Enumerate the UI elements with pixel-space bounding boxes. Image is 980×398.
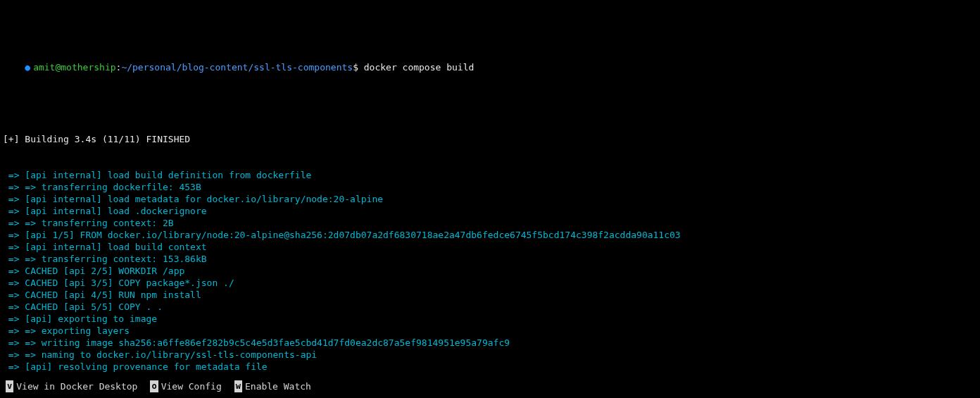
build-step-line: => => writing image sha256:a6ffe86ef282b…	[3, 337, 977, 349]
build-step-line: => => transferring context: 153.86kB	[3, 253, 977, 265]
build-step-line: => [api internal] load .dockerignore	[3, 205, 977, 217]
build-step-line: => => exporting layers	[3, 325, 977, 337]
prompt-command: docker compose build	[358, 62, 474, 73]
build-step-line: => => transferring context: 2B	[3, 217, 977, 229]
build-step-line: => => transferring dockerfile: 453B	[3, 181, 977, 193]
build-step-line: => CACHED [api 5/5] COPY . .	[3, 301, 977, 313]
hotkey-badge: w	[234, 380, 242, 392]
prompt-line-1: amit@mothership:~/personal/blog-content/…	[3, 49, 977, 85]
prompt-user: amit	[33, 62, 55, 73]
view-config-button[interactable]: o View Config	[150, 380, 221, 392]
build-step-line: => [api internal] load build context	[3, 241, 977, 253]
build-step-line: => CACHED [api 3/5] COPY package*.json .…	[3, 277, 977, 289]
build-lines: => [api internal] load build definition …	[3, 169, 977, 373]
terminal-output[interactable]: amit@mothership:~/personal/blog-content/…	[0, 0, 980, 398]
status-dot-icon	[25, 62, 33, 73]
build-step-line: => CACHED [api 2/5] WORKDIR /app	[3, 265, 977, 277]
option-label: View Config	[161, 380, 222, 392]
build-step-line: => CACHED [api 4/5] RUN npm install	[3, 289, 977, 301]
build-step-line: => [api 1/5] FROM docker.io/library/node…	[3, 229, 977, 241]
hotkey-badge: o	[150, 380, 158, 392]
build-header: [+] Building 3.4s (11/11) FINISHED	[3, 133, 977, 145]
build-step-line: => => naming to docker.io/library/ssl-tl…	[3, 349, 977, 361]
build-step-line: => [api] resolving provenance for metada…	[3, 361, 977, 373]
hotkey-badge: v	[6, 380, 13, 392]
bottom-bar: v View in Docker Desktop o View Config w…	[0, 379, 980, 394]
prompt-path: ~/personal/blog-content/ssl-tls-componen…	[121, 62, 353, 73]
build-step-line: => [api] exporting to image	[3, 313, 977, 325]
option-label: Enable Watch	[245, 380, 311, 392]
prompt-host: mothership	[61, 62, 115, 73]
view-docker-desktop-button[interactable]: v View in Docker Desktop	[6, 380, 137, 392]
build-step-line: => [api internal] load metadata for dock…	[3, 193, 977, 205]
option-label: View in Docker Desktop	[16, 380, 137, 392]
enable-watch-button[interactable]: w Enable Watch	[234, 380, 311, 392]
build-step-line: => [api internal] load build definition …	[3, 169, 977, 181]
prompt-dollar: $	[353, 62, 358, 73]
